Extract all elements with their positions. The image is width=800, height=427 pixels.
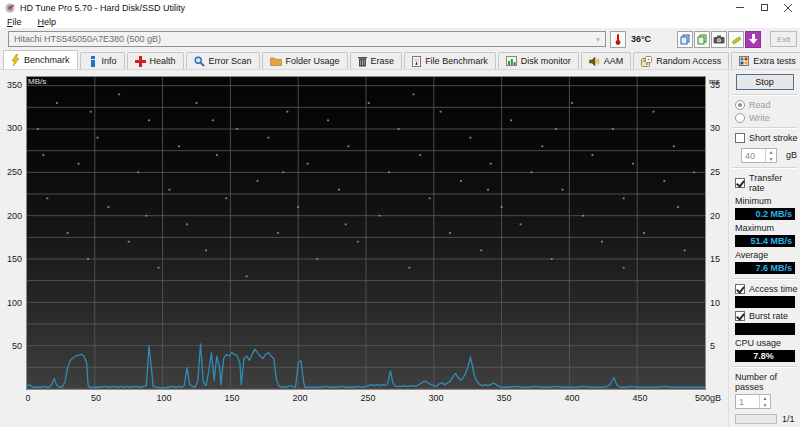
- spinner-arrows-icon[interactable]: ▲▼: [765, 149, 776, 162]
- drive-select-value: Hitachi HTS545050A7E380 (500 gB): [14, 34, 161, 44]
- exit-button-label: Exit: [777, 35, 790, 44]
- short-stroke-label: Short stroke: [749, 133, 798, 143]
- benchmark-lightning-icon: [11, 54, 20, 66]
- average-label-row: Average: [735, 250, 800, 260]
- passes-label: Number of passes: [735, 372, 800, 392]
- transfer-rate-row[interactable]: Transfer rate: [735, 173, 800, 193]
- x-tick: 500gB: [691, 393, 725, 403]
- burst-rate-row[interactable]: Burst rate: [735, 311, 800, 321]
- close-button[interactable]: [776, 0, 800, 15]
- tab-file-benchmark[interactable]: File Benchmark: [404, 52, 496, 69]
- tab-aam-label: AAM: [604, 56, 624, 66]
- chevron-down-icon: ▾: [596, 35, 600, 44]
- minimize-button[interactable]: [728, 0, 752, 15]
- highlight-button[interactable]: [728, 31, 744, 48]
- x-tick: 50: [79, 393, 113, 403]
- maximum-label-row: Maximum: [735, 223, 800, 233]
- speaker-icon: [589, 56, 600, 67]
- transfer-rate-label: Transfer rate: [749, 173, 800, 193]
- thermometer-icon: [615, 33, 621, 45]
- spinner-arrows-icon[interactable]: ▲▼: [759, 395, 770, 408]
- tab-health[interactable]: Health: [127, 52, 184, 69]
- control-panel: Stop Read Write Short stroke 40 ▲▼ gB Tr…: [728, 70, 800, 427]
- window-title: HD Tune Pro 5.70 - Hard Disk/SSD Utility: [20, 3, 185, 13]
- dice-icon: [641, 56, 652, 67]
- access-time-checkbox[interactable]: [735, 284, 745, 294]
- access-time-value: [735, 296, 795, 308]
- short-stroke-checkbox[interactable]: [735, 133, 745, 143]
- maximum-label: Maximum: [735, 223, 774, 233]
- x-tick: 100: [147, 393, 181, 403]
- average-label: Average: [735, 250, 768, 260]
- minimum-label-row: Minimum: [735, 196, 800, 206]
- stop-button[interactable]: Stop: [736, 74, 794, 90]
- screenshot-button[interactable]: [711, 31, 727, 48]
- copy-image-button[interactable]: [694, 31, 710, 48]
- y-right-tick: 30: [710, 123, 726, 133]
- drive-select[interactable]: Hitachi HTS545050A7E380 (500 gB) ▾: [8, 31, 606, 47]
- tab-benchmark[interactable]: Benchmark: [3, 50, 78, 69]
- tab-folder-usage[interactable]: Folder Usage: [262, 52, 348, 69]
- copy-button[interactable]: [677, 31, 693, 48]
- close-icon: [784, 4, 792, 12]
- short-stroke-row[interactable]: Short stroke: [735, 133, 800, 143]
- toolbar: Hitachi HTS545050A7E380 (500 gB) ▾ 36°C …: [0, 28, 800, 50]
- file-benchmark-icon: [412, 56, 421, 67]
- menu-file[interactable]: File: [7, 17, 22, 27]
- minimum-label: Minimum: [735, 196, 772, 206]
- menu-help[interactable]: Help: [38, 17, 57, 27]
- y-left-tick: 350: [0, 80, 22, 90]
- write-radio-row[interactable]: Write: [735, 113, 800, 123]
- pen-icon: [731, 34, 742, 45]
- y-left-tick: 300: [0, 123, 22, 133]
- pass-progress-row: 1/1: [729, 414, 800, 424]
- exit-button[interactable]: Exit: [770, 31, 797, 47]
- tab-disk-monitor[interactable]: Disk monitor: [498, 52, 579, 69]
- temperature-value: 36°C: [631, 34, 651, 44]
- write-radio[interactable]: [735, 113, 745, 123]
- extra-tests-icon: [739, 56, 749, 66]
- cpu-usage-label: CPU usage: [735, 338, 781, 348]
- access-time-row[interactable]: Access time: [735, 284, 800, 294]
- tab-extra-tests[interactable]: Extra tests: [731, 52, 800, 69]
- update-button[interactable]: [745, 31, 761, 48]
- maximize-button[interactable]: [752, 0, 776, 15]
- transfer-rate-checkbox[interactable]: [735, 178, 745, 188]
- burst-rate-checkbox[interactable]: [735, 311, 745, 321]
- tab-file-benchmark-label: File Benchmark: [425, 56, 488, 66]
- y-right-tick: 20: [710, 211, 726, 221]
- x-tick: 0: [11, 393, 45, 403]
- x-tick: 350: [487, 393, 521, 403]
- y-right-tick: 25: [710, 167, 726, 177]
- short-stroke-size-spinner[interactable]: 40 ▲▼: [741, 148, 777, 163]
- info-icon: [88, 56, 98, 67]
- write-radio-label: Write: [749, 113, 770, 123]
- tab-error-scan[interactable]: Error Scan: [186, 52, 260, 69]
- tab-info-label: Info: [102, 56, 117, 66]
- tab-folder-usage-label: Folder Usage: [286, 56, 340, 66]
- disk-monitor-icon: [506, 56, 517, 66]
- tab-erase[interactable]: Erase: [350, 52, 403, 69]
- tab-info[interactable]: Info: [80, 52, 125, 69]
- folder-icon: [270, 56, 282, 66]
- cpu-usage-value: 7.8%: [735, 350, 795, 362]
- tab-random-access[interactable]: Random Access: [633, 52, 729, 69]
- tab-error-scan-label: Error Scan: [209, 56, 252, 66]
- chart-canvas: [27, 77, 705, 389]
- passes-spinner[interactable]: 1 ▲▼: [735, 394, 771, 409]
- short-stroke-size-row: 40 ▲▼ gB: [735, 146, 800, 163]
- x-tick: 150: [215, 393, 249, 403]
- read-radio[interactable]: [735, 100, 745, 110]
- short-stroke-size-value: 40: [745, 151, 755, 161]
- y-right-tick: 15: [710, 254, 726, 264]
- read-radio-row[interactable]: Read: [735, 100, 800, 110]
- x-tick: 300: [419, 393, 453, 403]
- minimum-value: 0.2 MB/s: [735, 208, 795, 220]
- y-left-tick: 100: [0, 298, 22, 308]
- tab-aam[interactable]: AAM: [581, 52, 632, 69]
- tab-bar: Benchmark Info Health Error Scan Folder …: [0, 50, 800, 70]
- maximum-value: 51.4 MB/s: [735, 235, 795, 247]
- temperature-button[interactable]: [610, 31, 626, 48]
- read-radio-label: Read: [749, 100, 771, 110]
- short-stroke-unit: gB: [786, 150, 797, 160]
